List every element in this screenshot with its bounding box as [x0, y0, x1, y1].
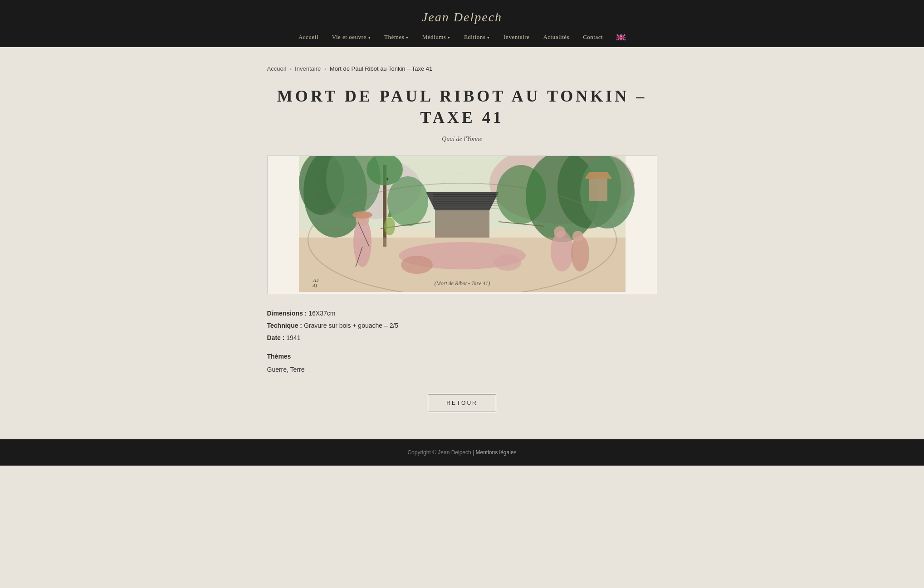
svg-text:JD: JD — [313, 277, 318, 283]
nav-editions[interactable]: Editions ▾ — [464, 34, 490, 41]
dimensions-label: Dimensions : — [267, 310, 307, 317]
svg-text:(Mort de Ribot - Taxe 41): (Mort de Ribot - Taxe 41) — [434, 280, 490, 287]
date-row: Date : 1941 — [267, 332, 657, 344]
nav-language[interactable] — [616, 34, 626, 40]
svg-point-29 — [352, 211, 372, 219]
breadcrumb-inventaire[interactable]: Inventaire — [295, 65, 321, 72]
page-title: MORT DE PAUL RIBOT AU TONKIN – TAXE 41 — [267, 86, 657, 128]
svg-point-33 — [572, 231, 583, 242]
themes-value: Guerre, Terre — [267, 364, 657, 375]
svg-point-55 — [384, 217, 395, 235]
nav-accueil[interactable]: Accueil — [298, 34, 318, 41]
breadcrumb-current: Mort de Paul Ribot au Tonkin – Taxe 41 — [330, 65, 432, 72]
svg-point-34 — [401, 256, 433, 274]
svg-rect-19 — [435, 210, 489, 238]
svg-text:41: 41 — [313, 283, 318, 288]
site-footer: Copyright © Jean Delpech | Mentions léga… — [0, 439, 924, 466]
dimensions-value: 16X37cm — [308, 310, 335, 317]
date-label: Date : — [267, 334, 285, 341]
breadcrumb-sep-2: › — [324, 66, 326, 72]
dimensions-row: Dimensions : 16X37cm — [267, 308, 657, 319]
nav-actualites[interactable]: Actualités — [543, 34, 569, 41]
svg-rect-23 — [589, 179, 607, 201]
svg-point-52 — [496, 165, 546, 224]
technique-label: Technique : — [267, 322, 303, 329]
svg-rect-8 — [616, 37, 626, 38]
main-content: Accueil › Inventaire › Mort de Paul Ribo… — [258, 47, 666, 439]
logo-container[interactable]: Jean Delpech — [0, 5, 924, 29]
breadcrumb: Accueil › Inventaire › Mort de Paul Ribo… — [267, 65, 657, 72]
technique-row: Technique : Gravure sur bois + gouache –… — [267, 320, 657, 331]
flag-icon — [616, 34, 626, 40]
button-container: RETOUR — [267, 394, 657, 412]
retour-button[interactable]: RETOUR — [428, 394, 496, 412]
svg-marker-24 — [585, 172, 612, 179]
themes-section: Thèmes Guerre, Terre — [267, 351, 657, 375]
footer-copyright: Copyright © Jean Delpech | — [407, 449, 474, 456]
metadata-section: Dimensions : 16X37cm Technique : Gravure… — [267, 308, 657, 376]
technique-value: Gravure sur bois + gouache – 2/5 — [304, 322, 398, 329]
artwork-image: ✦ ⌒ JD 41 (Mort de Ribot - Taxe 41) — [268, 156, 657, 292]
nav-mediums[interactable]: Médiums ▾ — [422, 34, 450, 41]
breadcrumb-sep-1: › — [289, 66, 291, 72]
footer-mentions-link[interactable]: Mentions légales — [475, 449, 516, 456]
svg-point-31 — [554, 226, 566, 238]
chevron-down-icon: ▾ — [448, 35, 450, 40]
site-header: Jean Delpech Accueil Vie et oeuvre ▾ Thè… — [0, 0, 924, 47]
main-nav: Accueil Vie et oeuvre ▾ Thèmes ▾ Médiums… — [0, 29, 924, 47]
chevron-down-icon: ▾ — [368, 35, 371, 40]
nav-vie-et-oeuvre[interactable]: Vie et oeuvre ▾ — [332, 34, 371, 41]
svg-text:⌒: ⌒ — [458, 172, 462, 177]
themes-heading: Thèmes — [267, 351, 657, 362]
svg-text:✦: ✦ — [385, 176, 390, 182]
svg-point-51 — [387, 176, 428, 226]
svg-point-35 — [494, 254, 521, 271]
artwork-container: ✦ ⌒ JD 41 (Mort de Ribot - Taxe 41) — [267, 156, 657, 294]
date-value: 1941 — [286, 334, 300, 341]
nav-inventaire[interactable]: Inventaire — [504, 34, 530, 41]
site-logo: Jean Delpech — [422, 10, 502, 24]
page-subtitle: Quai de l'Yonne — [267, 136, 657, 143]
chevron-down-icon: ▾ — [487, 35, 490, 40]
breadcrumb-accueil[interactable]: Accueil — [267, 65, 286, 72]
nav-themes[interactable]: Thèmes ▾ — [384, 34, 409, 41]
chevron-down-icon: ▾ — [406, 35, 409, 40]
nav-contact[interactable]: Contact — [583, 34, 603, 41]
